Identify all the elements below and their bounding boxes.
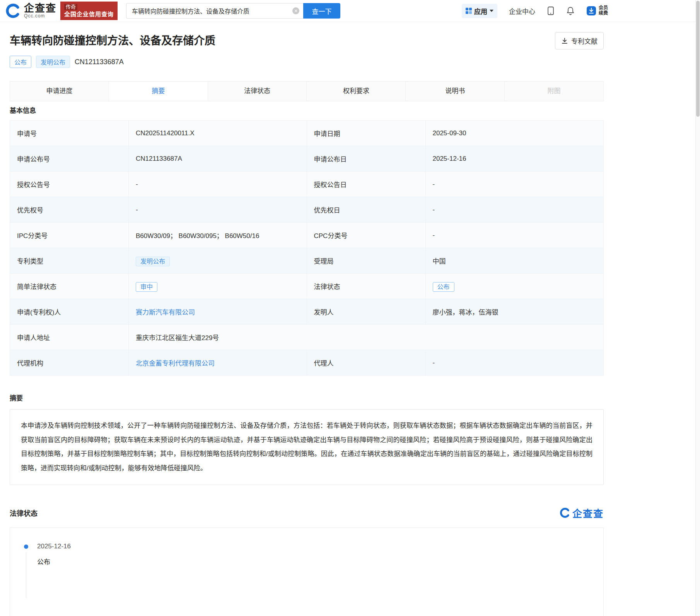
- field-label: 申请公布日: [307, 146, 425, 172]
- search-bar: ✕ 查一下: [126, 3, 340, 19]
- timeline-dot-icon: [24, 545, 28, 549]
- tab-figures[interactable]: 附图: [505, 82, 604, 101]
- search-button[interactable]: 查一下: [303, 3, 340, 19]
- type-badge-invention: 发明公布: [36, 56, 70, 68]
- field-value: -: [425, 223, 604, 248]
- table-row: 申请号 CN202511420011.X 申请日期 2025-09-30: [10, 121, 604, 146]
- field-value: 廖小强，蒋冰，伍海银: [425, 299, 604, 325]
- abstract-section-title: 摘要: [10, 393, 604, 402]
- chevron-down-icon: [490, 10, 493, 12]
- logo-text: 企查查: [24, 3, 56, 14]
- legal-status-section-title: 法律状态: [10, 508, 38, 518]
- qcc-watermark-logo: 企查查: [560, 506, 604, 520]
- download-button-label: 专利文献: [571, 36, 598, 46]
- field-label: CPC分类号: [307, 223, 425, 248]
- timeline-connector: [26, 552, 26, 598]
- promo-badge-line2: 全国企业信用查询: [64, 11, 114, 17]
- table-row: 简单法律状态 审中 法律状态 公布: [10, 274, 604, 299]
- field-label: 受理局: [307, 248, 425, 274]
- field-value: 2025-09-30: [425, 121, 604, 146]
- nav-apps-dropdown[interactable]: 应用: [462, 4, 497, 18]
- field-value: 发明公布: [129, 248, 307, 274]
- field-value: -: [425, 350, 604, 376]
- field-value: -: [129, 197, 307, 223]
- table-row: 申请(专利权)人 赛力斯汽车有限公司 发明人 廖小强，蒋冰，伍海银: [10, 299, 604, 325]
- abstract-text: 本申请涉及车辆转向控制技术领域，公开了一种车辆转向防碰撞控制方法、设备及存储介质…: [10, 409, 604, 485]
- nav-apps-label: 应用: [474, 6, 487, 16]
- member-label-line1: 会员: [599, 5, 608, 11]
- qcc-watermark-text: 企查查: [572, 506, 604, 520]
- clear-search-icon[interactable]: ✕: [292, 7, 299, 14]
- promo-badge-line1: 传奇: [64, 4, 77, 10]
- simple-legal-status-badge: 审中: [136, 282, 157, 292]
- field-label: 授权公告号: [10, 172, 129, 197]
- mobile-app-icon[interactable]: [547, 6, 555, 15]
- notification-bell-icon[interactable]: [566, 6, 575, 15]
- qcc-logo[interactable]: 企查查 Qcc.com: [5, 3, 56, 19]
- field-label: 代理机构: [10, 350, 129, 376]
- field-label: 申请号: [10, 121, 129, 146]
- scrollbar-thumb[interactable]: [696, 1, 700, 117]
- field-value: -: [425, 172, 604, 197]
- table-row: 授权公告号 - 授权公告日 -: [10, 172, 604, 197]
- basic-info-section-title: 基本信息: [10, 105, 604, 115]
- field-value: CN202511420011.X: [129, 121, 307, 146]
- field-label: 法律状态: [307, 274, 425, 299]
- field-label: 申请(专利权)人: [10, 299, 129, 325]
- page-title: 车辆转向防碰撞控制方法、设备及存储介质: [10, 32, 215, 48]
- field-value: 中国: [425, 248, 604, 274]
- download-patent-button[interactable]: 专利文献: [555, 32, 604, 49]
- field-label: 申请日期: [307, 121, 425, 146]
- download-icon: [561, 37, 568, 44]
- field-value: 重庆市江北区福生大道229号: [129, 325, 604, 350]
- member-label-line2: 续费: [599, 11, 608, 16]
- field-label: 专利类型: [10, 248, 129, 274]
- field-label: 优先权日: [307, 197, 425, 223]
- applicant-link[interactable]: 赛力斯汽车有限公司: [136, 309, 195, 316]
- table-row: IPC分类号 B60W30/09； B60W30/095； B60W50/16 …: [10, 223, 604, 248]
- field-label: 简单法律状态: [10, 274, 129, 299]
- search-input[interactable]: [126, 3, 303, 19]
- status-badge-publish: 公布: [10, 56, 31, 68]
- scrollbar-track: [695, 0, 700, 616]
- member-icon: [586, 6, 596, 16]
- tab-claims[interactable]: 权利要求: [307, 82, 406, 101]
- agency-link[interactable]: 北京金蓄专利代理有限公司: [136, 360, 215, 367]
- table-row: 优先权号 - 优先权日 -: [10, 197, 604, 223]
- qcc-logo-icon: [5, 3, 21, 19]
- field-value: 赛力斯汽车有限公司: [129, 299, 307, 325]
- table-row: 申请公布号 CN121133687A 申请公布日 2025-12-16: [10, 146, 604, 172]
- timeline-item: 2025-12-16 公布: [24, 543, 603, 566]
- promo-badge: 传奇 全国企业信用查询: [60, 2, 118, 20]
- table-row: 代理机构 北京金蓄专利代理有限公司 代理人 -: [10, 350, 604, 376]
- field-label: 发明人: [307, 299, 425, 325]
- qcc-watermark-icon: [560, 507, 570, 518]
- field-label: 申请公布号: [10, 146, 129, 172]
- patent-detail-page: 车辆转向防碰撞控制方法、设备及存储介质 专利文献 公布 发明公布 CN12113…: [0, 32, 613, 616]
- member-renew[interactable]: 会员 续费: [586, 5, 608, 16]
- patent-type-badge: 发明公布: [136, 257, 170, 266]
- field-value: B60W30/09； B60W30/095； B60W50/16: [129, 223, 307, 248]
- tab-bar: 申请进度 摘要 法律状态 权利要求 说明书 附图: [10, 81, 604, 101]
- table-row: 专利类型 发明公布 受理局 中国: [10, 248, 604, 274]
- field-value: 审中: [129, 274, 307, 299]
- patent-badges: 公布 发明公布 CN121133687A: [10, 56, 604, 68]
- tab-abstract[interactable]: 摘要: [109, 82, 208, 101]
- field-value: 北京金蓄专利代理有限公司: [129, 350, 307, 376]
- legal-status-badge: 公布: [433, 282, 454, 292]
- field-value: 2025-12-16: [425, 146, 604, 172]
- tab-application-progress[interactable]: 申请进度: [10, 82, 109, 101]
- field-label: 申请人地址: [10, 325, 129, 350]
- legal-status-timeline: 2025-12-16 公布: [10, 528, 604, 616]
- field-label: 优先权号: [10, 197, 129, 223]
- field-value: -: [425, 197, 604, 223]
- timeline-date: 2025-12-16: [37, 543, 603, 550]
- field-value: CN121133687A: [129, 146, 307, 172]
- field-label: 代理人: [307, 350, 425, 376]
- apps-grid-icon: [466, 8, 472, 14]
- nav-enterprise-center[interactable]: 企业中心: [509, 6, 535, 16]
- tab-description[interactable]: 说明书: [406, 82, 505, 101]
- publication-number: CN121133687A: [75, 58, 124, 66]
- field-label: 授权公告日: [307, 172, 425, 197]
- tab-legal-status[interactable]: 法律状态: [208, 82, 307, 101]
